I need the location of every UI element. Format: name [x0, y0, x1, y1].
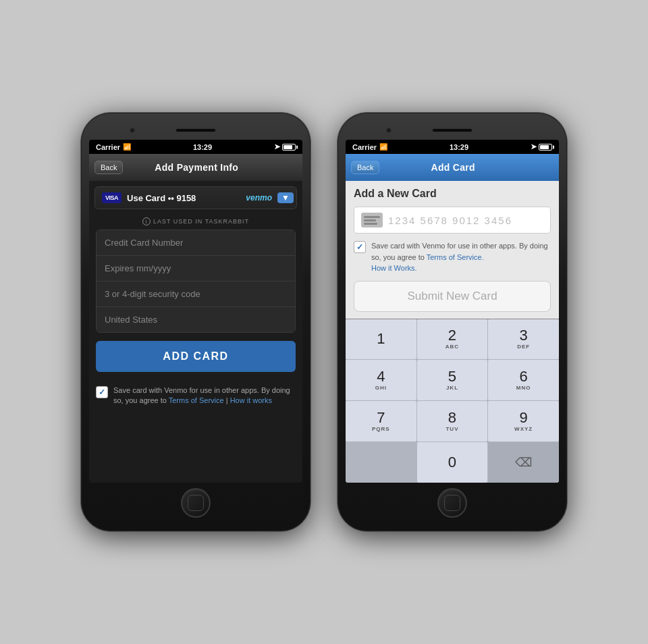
- card-number-input[interactable]: 1234 5678 9012 3456: [354, 207, 551, 234]
- card-icon-box: [361, 213, 383, 227]
- home-button-inner-1: [188, 495, 204, 511]
- location-icon-2: ➤: [531, 142, 537, 151]
- venmo-checkbox-2[interactable]: ✓: [354, 241, 366, 253]
- phone-bottom-2: [346, 483, 559, 523]
- numpad-backspace[interactable]: ⌫: [488, 442, 559, 483]
- how-link-2[interactable]: How it Works.: [371, 264, 417, 272]
- phone-bottom-1: [89, 483, 302, 523]
- nav-bar-2: Back Add Card: [346, 154, 559, 181]
- last-used-text: LAST USED IN TASKRABBIT: [153, 218, 249, 225]
- wifi-icon-2: 📶: [379, 143, 387, 151]
- numpad-num-8: 8: [448, 410, 456, 425]
- add-card-section: Add a New Card 1234 5678 9012 3456: [346, 181, 559, 319]
- phone-1: Carrier 📶 13:29 ➤ Back Add Payment Info: [81, 113, 310, 531]
- status-right-1: ➤: [274, 142, 296, 151]
- screen-content-1: VISA Use Card •• 9158 venmo ▼ i LAST USE…: [89, 181, 302, 483]
- numpad-key-6[interactable]: 6 MNO: [488, 360, 559, 400]
- backspace-icon: ⌫: [515, 455, 532, 470]
- phone-2: Carrier 📶 13:29 ➤ Back Add Card: [338, 113, 567, 531]
- carrier-2: Carrier: [352, 143, 377, 151]
- screen-2: Carrier 📶 13:29 ➤ Back Add Card: [346, 140, 559, 483]
- numpad-num-6: 6: [520, 369, 528, 384]
- numpad-key-8[interactable]: 8 TUV: [417, 401, 488, 441]
- home-button-inner-2: [444, 495, 460, 511]
- dropdown-arrow[interactable]: ▼: [277, 192, 294, 203]
- numpad-letters-9: WXYZ: [514, 426, 533, 432]
- nav-title-2: Add Card: [379, 162, 526, 173]
- status-left-1: Carrier 📶: [96, 143, 131, 151]
- nav-bar-1: Back Add Payment Info: [89, 154, 302, 181]
- numpad-num-3: 3: [520, 328, 528, 343]
- camera-2: [386, 128, 392, 133]
- numpad-num-7: 7: [377, 410, 385, 425]
- stripe-3: [364, 223, 377, 225]
- numpad-letters-6: MNO: [516, 385, 531, 391]
- home-button-2[interactable]: [437, 488, 467, 518]
- location-icon-1: ➤: [274, 142, 280, 151]
- terms-link-2[interactable]: Terms of Service.: [427, 253, 484, 261]
- battery-fill-2: [540, 145, 549, 149]
- numpad-num-0: 0: [448, 455, 456, 470]
- venmo-checkbox-1[interactable]: ✓: [96, 386, 108, 398]
- phone-top-1: [89, 121, 302, 140]
- numpad-num-9: 9: [520, 410, 528, 425]
- camera-1: [130, 128, 135, 133]
- wifi-icon-1: 📶: [123, 143, 131, 151]
- numpad-key-4[interactable]: 4 GHI: [346, 360, 416, 400]
- numpad-key-9[interactable]: 9 WXYZ: [488, 401, 559, 441]
- numpad-key-3[interactable]: 3 DEF: [488, 319, 559, 360]
- submit-new-card-button[interactable]: Submit New Card: [354, 281, 551, 312]
- numpad-letters-7: PQRS: [372, 426, 390, 432]
- info-icon: i: [142, 217, 151, 225]
- expires-field[interactable]: Expires mm/yyyy: [97, 256, 295, 281]
- card-stripes: [364, 216, 380, 225]
- numpad-num-1: 1: [377, 331, 385, 346]
- numpad-key-7[interactable]: 7 PQRS: [346, 401, 416, 441]
- battery-icon-1: [282, 144, 296, 151]
- status-right-2: ➤: [531, 142, 552, 151]
- numpad-key-0[interactable]: 0: [417, 442, 488, 483]
- check-mark-1: ✓: [99, 387, 105, 397]
- nav-title-1: Add Payment Info: [123, 162, 270, 173]
- venmo-badge: venmo: [246, 193, 272, 203]
- add-card-title: Add a New Card: [354, 188, 551, 200]
- numpad-key-empty: [346, 442, 416, 483]
- numpad-num-5: 5: [448, 369, 456, 384]
- speaker-2: [432, 128, 473, 132]
- numpad-letters-8: TUV: [446, 426, 458, 432]
- numpad-letters-3: DEF: [517, 344, 530, 350]
- back-button-2[interactable]: Back: [351, 161, 379, 174]
- how-link-1[interactable]: How it works: [230, 396, 272, 404]
- card-selector[interactable]: VISA Use Card •• 9158 venmo ▼: [94, 186, 297, 209]
- numpad-letters-5: JKL: [446, 385, 458, 391]
- numpad-letters-2: ABC: [446, 344, 459, 350]
- numpad-num-4: 4: [377, 369, 385, 384]
- numpad-key-2[interactable]: 2 ABC: [417, 319, 488, 360]
- status-left-2: Carrier 📶: [352, 143, 387, 151]
- terms-link-1[interactable]: Terms of Service: [169, 396, 224, 404]
- numpad-key-5[interactable]: 5 JKL: [417, 360, 488, 400]
- screen-content-2: Add a New Card 1234 5678 9012 3456: [346, 181, 559, 483]
- battery-icon-2: [539, 144, 552, 151]
- back-button-1[interactable]: Back: [94, 161, 123, 174]
- add-card-button[interactable]: ADD CARD: [96, 341, 296, 372]
- card-label: Use Card •• 9158: [127, 193, 240, 203]
- form-fields: Credit Card Number Expires mm/yyyy 3 or …: [96, 230, 296, 333]
- stripe-1: [364, 216, 380, 218]
- check-mark-2: ✓: [356, 242, 363, 252]
- status-bar-2: Carrier 📶 13:29 ➤: [346, 140, 559, 154]
- security-code-field[interactable]: 3 or 4-digit security code: [97, 281, 295, 307]
- country-field[interactable]: United States: [97, 307, 295, 332]
- numpad-letters-4: GHI: [375, 385, 387, 391]
- save-venmo-text-2: Save card with Venmo for use in other ap…: [371, 240, 551, 274]
- scene: Carrier 📶 13:29 ➤ Back Add Payment Info: [54, 86, 594, 558]
- time-1: 13:29: [193, 143, 212, 151]
- time-2: 13:29: [450, 143, 468, 151]
- numpad-key-1[interactable]: 1: [346, 319, 416, 360]
- speaker-1: [176, 128, 216, 132]
- phone-top-2: [346, 121, 559, 140]
- credit-card-field[interactable]: Credit Card Number: [97, 230, 295, 256]
- home-button-1[interactable]: [181, 488, 211, 518]
- screen-1: Carrier 📶 13:29 ➤ Back Add Payment Info: [89, 140, 302, 483]
- battery-fill-1: [284, 145, 292, 149]
